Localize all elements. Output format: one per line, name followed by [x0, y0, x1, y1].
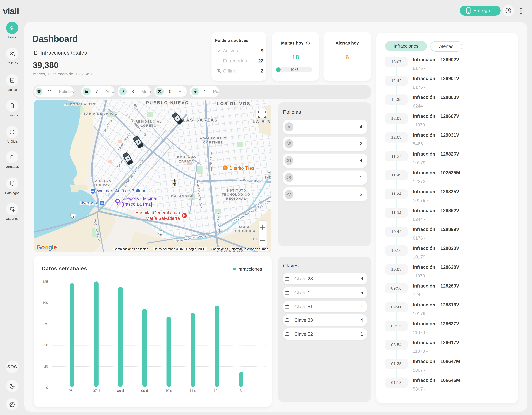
svg-text:Datos del mapa ©2026 Google, I: Datos del mapa ©2026 Google, INEGI	[153, 247, 206, 251]
svg-text:1: 1	[160, 232, 162, 235]
svg-text:Condiciones: Condiciones	[211, 247, 228, 251]
svg-text:LA RINCON: LA RINCON	[253, 119, 271, 124]
svg-text:LORETO: LORETO	[141, 124, 157, 127]
svg-text:Hospital General Juan: Hospital General Juan	[135, 210, 180, 215]
svg-text:Combinaciones de teclas: Combinaciones de teclas	[114, 247, 148, 251]
svg-text:ZON: ZON	[268, 172, 271, 175]
svg-text:BALANDRA: BALANDRA	[171, 194, 193, 198]
svg-text:EL CONCHALITO: EL CONCHALITO	[64, 102, 95, 106]
svg-text:cinépolis - Micine: cinépolis - Micine	[122, 196, 156, 201]
svg-text:[Paseo La Paz]: [Paseo La Paz]	[122, 202, 152, 207]
svg-text:Liverpool: Liverpool	[80, 200, 98, 205]
svg-text:EMILIANO: EMILIANO	[177, 156, 196, 159]
svg-text:FIDEPAZ: FIDEPAZ	[94, 183, 110, 187]
svg-text:CORTÍNEZ: CORTÍNEZ	[203, 141, 223, 144]
svg-text:LOS OLIVOS: LOS OLIVOS	[217, 101, 250, 106]
svg-text:AGUA: AGUA	[238, 225, 250, 229]
svg-text:Distrito Tres: Distrito Tres	[229, 166, 254, 171]
svg-text:Walmart Cola de Ballena: Walmart Cola de Ballena	[97, 188, 146, 193]
svg-text:Google: Google	[37, 244, 57, 251]
svg-text:LAS GARZAS: LAS GARZAS	[183, 118, 218, 122]
svg-text:Informar un error en el map: Informar un error en el map	[230, 247, 268, 251]
svg-text:PUEBLO NUEVO: PUEBLO NUEVO	[146, 100, 189, 105]
svg-text:1: 1	[72, 215, 74, 219]
svg-text:INDUST: INDUST	[265, 176, 271, 179]
svg-text:INSTITUTO: INSTITUTO	[226, 189, 247, 192]
svg-text:REGIONAL: REGIONAL	[226, 197, 246, 200]
svg-text:LA SELVA: LA SELVA	[93, 179, 112, 183]
svg-text:RESIDENCIAL: RESIDENCIAL	[135, 120, 162, 123]
svg-text:TECNOLÓGICO: TECNOLÓGICO	[222, 193, 250, 196]
svg-text:BAHÍA DE LA PAZ: BAHÍA DE LA PAZ	[83, 112, 117, 115]
svg-text:ADOLFO RUÍZ: ADOLFO RUÍZ	[200, 137, 227, 140]
svg-text:María Salvatierra: María Salvatierra	[146, 216, 180, 221]
svg-text:H: H	[183, 213, 186, 218]
svg-text:ESCONDIDA: ESCONDIDA	[233, 229, 256, 233]
svg-text:ZAPATA: ZAPATA	[179, 160, 194, 163]
